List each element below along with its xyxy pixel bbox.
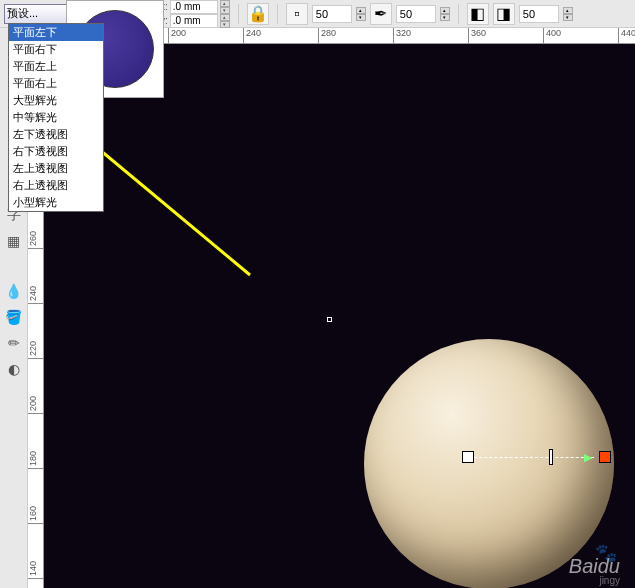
ruler-tick: 220 xyxy=(28,339,43,359)
dropdown-item[interactable]: 左下透视图 xyxy=(9,126,103,143)
v1-spin-up[interactable]: ▴ xyxy=(356,7,366,14)
transparency-icon[interactable]: ▫ xyxy=(286,3,308,25)
ruler-tick: 160 xyxy=(28,504,43,524)
ruler-tick: 360 xyxy=(468,28,486,43)
gradient-start-handle[interactable] xyxy=(462,451,474,463)
ruler-tick: 320 xyxy=(393,28,411,43)
sphere-object[interactable] xyxy=(364,339,614,588)
separator xyxy=(277,4,278,24)
v3-spin-down[interactable]: ▾ xyxy=(563,14,573,21)
ruler-tick: 200 xyxy=(28,394,43,414)
ruler-tick: 400 xyxy=(543,28,561,43)
transparency-value[interactable]: 50 xyxy=(312,5,352,23)
preset-label: 预设... xyxy=(7,6,38,21)
gradient-arrow-icon: ▶ xyxy=(584,451,592,464)
interactive-tool[interactable]: ◐ xyxy=(3,358,25,380)
dropdown-item[interactable]: 中等辉光 xyxy=(9,109,103,126)
v3-spin-up[interactable]: ▴ xyxy=(563,7,573,14)
y-input[interactable] xyxy=(170,14,218,28)
canvas-area[interactable]: ▶ 🐾 Baidu jingy xyxy=(44,44,635,588)
center-handle[interactable] xyxy=(327,317,332,322)
coord-group: x: ▴▾ y: ▴▾ xyxy=(160,0,230,28)
ruler-tick: 240 xyxy=(28,284,43,304)
gradient-end-handle[interactable] xyxy=(599,451,611,463)
dropdown-item[interactable]: 右上透视图 xyxy=(9,177,103,194)
preset-dropdown-list: 平面左下平面右下平面左上平面右上大型辉光中等辉光左下透视图右下透视图左上透视图右… xyxy=(8,23,104,212)
eyedropper-tool[interactable]: 💧 xyxy=(3,280,25,302)
watermark-sub: jingy xyxy=(599,575,620,586)
gradient-mid-handle[interactable] xyxy=(549,449,553,465)
dropdown-item[interactable]: 平面左下 xyxy=(9,24,103,41)
x-input[interactable] xyxy=(170,0,218,14)
tool-icon-b[interactable]: ◨ xyxy=(493,3,515,25)
y-spin-up[interactable]: ▴ xyxy=(220,14,230,21)
tool-icon-a[interactable]: ◧ xyxy=(467,3,489,25)
outline-tool[interactable]: ✏ xyxy=(3,332,25,354)
ruler-tick: 280 xyxy=(318,28,336,43)
ruler-tick: 180 xyxy=(28,449,43,469)
lock-icon[interactable]: 🔒 xyxy=(247,3,269,25)
ruler-tick: 140 xyxy=(28,559,43,579)
feather-value[interactable]: 50 xyxy=(396,5,436,23)
dropdown-item[interactable]: 大型辉光 xyxy=(9,92,103,109)
feather-icon[interactable]: ✒ xyxy=(370,3,392,25)
table-tool[interactable]: ▦ xyxy=(3,230,25,252)
fill-tool[interactable]: 🪣 xyxy=(3,306,25,328)
dropdown-item[interactable]: 平面右上 xyxy=(9,75,103,92)
dropdown-item[interactable]: 平面右下 xyxy=(9,41,103,58)
gradient-line xyxy=(474,457,594,458)
y-spin-down[interactable]: ▾ xyxy=(220,21,230,28)
x-spin-down[interactable]: ▾ xyxy=(220,7,230,14)
ruler-tick: 240 xyxy=(243,28,261,43)
dropdown-item[interactable]: 左上透视图 xyxy=(9,160,103,177)
ruler-tick: 440 xyxy=(618,28,635,43)
dropdown-item[interactable]: 小型辉光 xyxy=(9,194,103,211)
ruler-tick: 260 xyxy=(28,229,43,249)
separator xyxy=(458,4,459,24)
dropdown-item[interactable]: 右下透视图 xyxy=(9,143,103,160)
v2-spin-down[interactable]: ▾ xyxy=(440,14,450,21)
value3[interactable]: 50 xyxy=(519,5,559,23)
v2-spin-up[interactable]: ▴ xyxy=(440,7,450,14)
separator xyxy=(238,4,239,24)
v1-spin-down[interactable]: ▾ xyxy=(356,14,366,21)
dropdown-item[interactable]: 平面左上 xyxy=(9,58,103,75)
ruler-tick: 200 xyxy=(168,28,186,43)
